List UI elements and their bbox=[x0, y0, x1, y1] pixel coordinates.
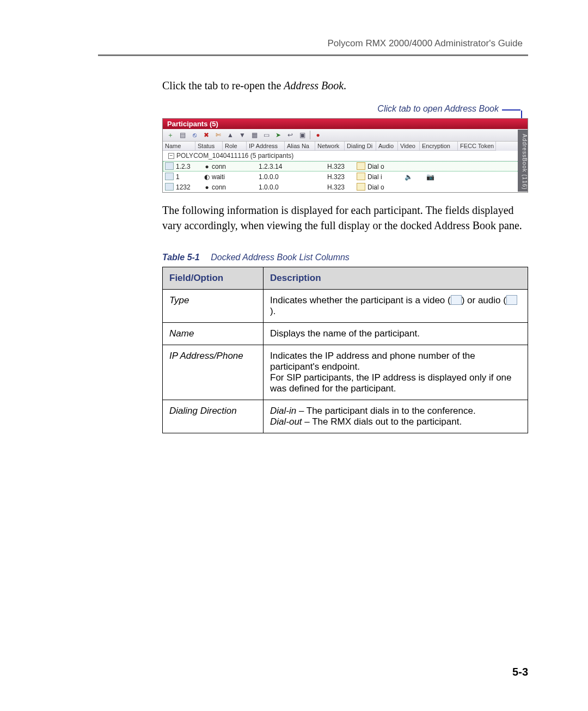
status-icon: ● bbox=[203, 163, 211, 170]
cell-dial: Dial o bbox=[367, 183, 384, 191]
arrow-caption-text: Click tab to open Address Book bbox=[377, 104, 499, 113]
dialout-text: – The RMX dials out to the participant. bbox=[302, 416, 462, 427]
intro1-c: . bbox=[344, 79, 346, 91]
cut-icon[interactable]: ✄ bbox=[214, 131, 223, 139]
columns-table: Field/Option Description Type Indicates … bbox=[162, 267, 528, 433]
cell-video: 📷 bbox=[424, 172, 446, 182]
intro-sentence-2: The following information is displayed f… bbox=[162, 203, 528, 233]
col-fecc[interactable]: FECC Token bbox=[458, 142, 496, 151]
video-participant-icon bbox=[451, 295, 462, 305]
arrow-icon[interactable]: ➤ bbox=[274, 131, 283, 139]
field-ip: IP Address/Phone bbox=[163, 345, 264, 400]
table-title: Docked Address Book List Columns bbox=[211, 253, 350, 262]
header-rule bbox=[98, 54, 528, 56]
collapse-icon[interactable]: − bbox=[168, 153, 174, 159]
desc-dial: Dial-in – The participant dials in to th… bbox=[264, 400, 528, 433]
back-icon[interactable]: ↩ bbox=[286, 131, 295, 139]
field-type: Type bbox=[163, 290, 264, 323]
status-icon: ◐ bbox=[203, 173, 211, 181]
grid-body: −POLYCOM_1040411116 (5 participants) 1.2… bbox=[163, 151, 528, 192]
cell-name: 1232 bbox=[176, 183, 191, 191]
dialout-term: Dial-out bbox=[270, 416, 302, 427]
panel-titlebar: Participants (5) bbox=[163, 119, 528, 129]
cell-status: waiti bbox=[212, 173, 225, 181]
cell-dial: Dial i bbox=[367, 173, 382, 181]
field-dial: Dialing Direction bbox=[163, 400, 264, 433]
table-row[interactable]: 1 ◐waiti 1.0.0.0 H.323 Dial i 🔈 📷 bbox=[163, 171, 528, 182]
card-icon[interactable]: ▭ bbox=[262, 131, 271, 139]
panel-toolbar: ＋ ▤ ⎋ ✖ ✄ ▲ ▼ ▦ ▭ ➤ ↩ ▣ ● bbox=[163, 129, 528, 142]
col-dialing[interactable]: Dialing Di bbox=[345, 142, 376, 151]
audio-participant-icon bbox=[506, 295, 517, 305]
group-row[interactable]: −POLYCOM_1040411116 (5 participants) bbox=[163, 151, 528, 161]
down-icon[interactable]: ▼ bbox=[238, 131, 247, 139]
field-name: Name bbox=[163, 323, 264, 345]
page-header: Polycom RMX 2000/4000 Administrator's Gu… bbox=[98, 38, 523, 49]
intro-sentence-1: Click the tab to re-open the Address Boo… bbox=[162, 78, 528, 93]
intro1-b: Address Book bbox=[284, 79, 344, 91]
desc-type-a: Indicates whether the participant is a v… bbox=[270, 295, 451, 305]
arrow-caption: Click tab to open Address Book bbox=[162, 104, 526, 114]
cell-network: H.323 bbox=[325, 172, 354, 182]
add-participant-icon[interactable]: ＋ bbox=[166, 131, 175, 139]
participants-panel: Participants (5) ＋ ▤ ⎋ ✖ ✄ ▲ ▼ ▦ ▭ ➤ ↩ ▣… bbox=[162, 118, 528, 193]
desc-type-c: ). bbox=[270, 306, 275, 316]
dialin-term: Dial-in bbox=[270, 406, 296, 416]
col-role[interactable]: Role bbox=[223, 142, 247, 151]
cell-ip: 1.0.0.0 bbox=[256, 182, 304, 192]
col-alias[interactable]: Alias Na bbox=[285, 142, 315, 151]
table-caption: Table 5-1 Docked Address Book List Colum… bbox=[162, 253, 528, 262]
status-icon: ● bbox=[203, 183, 211, 191]
th-field: Field/Option bbox=[163, 267, 264, 290]
grid-header: Name Status Role IP Address Alias Na Net… bbox=[163, 142, 528, 151]
table-row[interactable]: 1.2.3 ●conn 1.2.3.14 H.323 Dial o bbox=[163, 161, 528, 171]
cell-name: 1 bbox=[176, 173, 180, 181]
col-encryption[interactable]: Encryption bbox=[420, 142, 458, 151]
cell-ip: 1.0.0.0 bbox=[256, 172, 304, 182]
addressbook-tab[interactable]: AddressBook (116) bbox=[518, 130, 528, 192]
col-ip[interactable]: IP Address bbox=[247, 142, 285, 151]
intro1-a: Click the tab to re-open the bbox=[162, 79, 284, 91]
dial-dir-icon bbox=[357, 162, 365, 170]
table-number: Table 5-1 bbox=[162, 253, 200, 262]
cell-audio: 🔈 bbox=[402, 172, 424, 182]
participant-video-icon bbox=[165, 162, 174, 170]
dialin-text: – The participant dials in to the confer… bbox=[296, 406, 476, 416]
desc-name: Displays the name of the participant. bbox=[264, 323, 528, 345]
window-icon[interactable]: ▣ bbox=[298, 131, 307, 139]
col-video[interactable]: Video bbox=[398, 142, 420, 151]
cell-ip: 1.2.3.14 bbox=[256, 162, 304, 171]
dial-dir-icon bbox=[357, 183, 365, 191]
cell-network: H.323 bbox=[325, 182, 354, 192]
dial-dir-icon bbox=[357, 173, 365, 180]
clipboard-icon[interactable]: ▦ bbox=[250, 131, 259, 139]
desc-type-b: ) or audio ( bbox=[462, 295, 506, 305]
up-icon[interactable]: ▲ bbox=[226, 131, 235, 139]
cell-status: conn bbox=[212, 183, 226, 191]
group-label: POLYCOM_1040411116 (5 participants) bbox=[176, 152, 293, 160]
record-icon[interactable]: ● bbox=[314, 131, 322, 139]
cell-network: H.323 bbox=[325, 162, 354, 171]
panel-title: Participants (5) bbox=[167, 120, 218, 128]
col-status[interactable]: Status bbox=[195, 142, 223, 151]
col-audio[interactable]: Audio bbox=[376, 142, 398, 151]
desc-type: Indicates whether the participant is a v… bbox=[264, 290, 528, 323]
page-number: 5-3 bbox=[512, 666, 528, 678]
th-desc: Description bbox=[264, 267, 528, 290]
link-icon[interactable]: ⎋ bbox=[190, 131, 199, 139]
col-name[interactable]: Name bbox=[163, 142, 195, 151]
participant-video-icon bbox=[165, 183, 174, 191]
participant-video-icon bbox=[165, 173, 174, 180]
desc-ip: Indicates the IP address and phone numbe… bbox=[264, 345, 528, 400]
document-icon[interactable]: ▤ bbox=[178, 131, 187, 139]
cell-dial: Dial o bbox=[367, 163, 384, 170]
table-row[interactable]: 1232 ●conn 1.0.0.0 H.323 Dial o bbox=[163, 182, 528, 192]
cell-status: conn bbox=[212, 163, 226, 170]
col-network[interactable]: Network bbox=[315, 142, 345, 151]
separator-icon bbox=[310, 131, 310, 139]
cell-name: 1.2.3 bbox=[176, 163, 191, 170]
close-icon[interactable]: ✖ bbox=[202, 131, 211, 139]
